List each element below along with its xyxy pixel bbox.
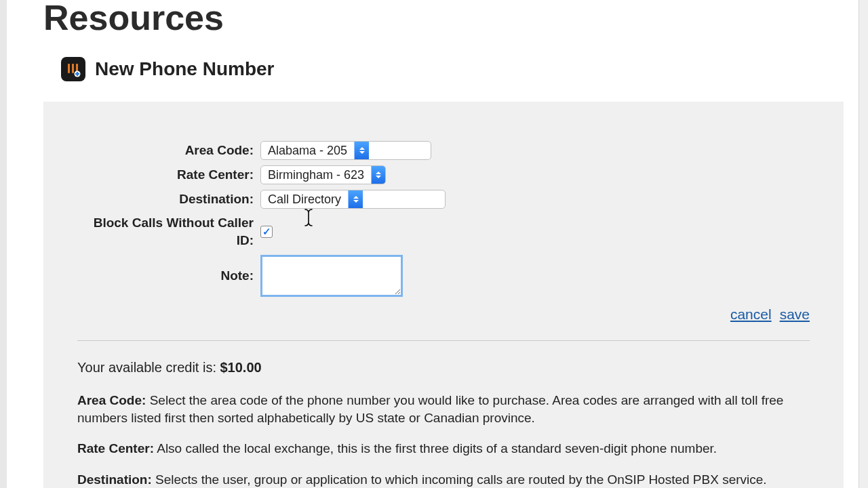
block-no-cid-label: Block Calls Without Caller ID: (77, 214, 260, 249)
help-term: Rate Center: (77, 441, 154, 455)
chevron-updown-icon (348, 190, 363, 208)
divider (77, 340, 810, 341)
form-panel: Area Code: Alabama - 205 Rate Center: Bi… (43, 102, 844, 488)
rate-center-value: Birmingham - 623 (261, 166, 371, 184)
app-icon (61, 57, 85, 81)
credit-prefix: Your available credit is: (77, 360, 220, 375)
note-label: Note: (77, 255, 260, 285)
page-title: Resources (7, 0, 861, 35)
block-no-cid-checkbox[interactable]: ✓ (260, 226, 273, 238)
help-term: Destination: (77, 472, 152, 487)
svg-rect-1 (72, 64, 74, 73)
subtitle: New Phone Number (95, 58, 274, 80)
help-term: Area Code: (77, 393, 146, 407)
destination-value: Call Directory (261, 190, 348, 208)
credit-line: Your available credit is: $10.00 (77, 360, 810, 375)
help-text: Also called the local exchange, this is … (154, 441, 717, 455)
help-text: Selects the user, group or application t… (152, 472, 767, 487)
help-text: Select the area code of the phone number… (77, 393, 783, 425)
help-destination: Destination: Selects the user, group or … (77, 471, 803, 488)
area-code-value: Alabama - 205 (261, 142, 354, 159)
chevron-updown-icon (371, 166, 385, 184)
scrollbar-vertical[interactable] (859, 0, 868, 488)
area-code-select[interactable]: Alabama - 205 (260, 141, 431, 160)
cancel-link[interactable]: cancel (730, 306, 772, 323)
subtitle-row: New Phone Number (7, 35, 861, 81)
note-textarea[interactable] (260, 255, 403, 297)
rate-center-label: Rate Center: (77, 166, 260, 184)
svg-rect-5 (75, 73, 79, 75)
svg-rect-0 (68, 64, 70, 73)
help-rate-center: Rate Center: Also called the local excha… (77, 440, 803, 458)
rate-center-select[interactable]: Birmingham - 623 (260, 165, 386, 184)
destination-select[interactable]: Call Directory (260, 190, 446, 209)
credit-amount: $10.00 (220, 360, 262, 375)
destination-label: Destination: (77, 190, 260, 208)
chevron-updown-icon (354, 142, 369, 159)
save-link[interactable]: save (780, 306, 810, 323)
area-code-label: Area Code: (77, 142, 260, 159)
help-area-code: Area Code: Select the area code of the p… (77, 392, 803, 426)
